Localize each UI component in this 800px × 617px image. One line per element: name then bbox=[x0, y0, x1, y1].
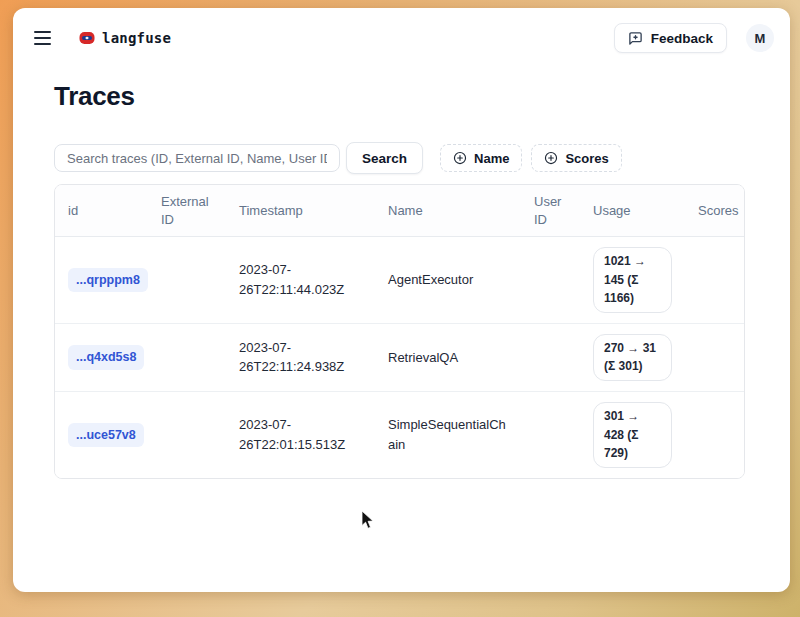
name-cell: AgentExecutor bbox=[375, 237, 521, 324]
table-header: id External ID Timestamp Name User ID Us… bbox=[55, 185, 745, 237]
user-id-cell bbox=[521, 323, 580, 391]
usage-badge: 301 → 428 (Σ 729) bbox=[593, 402, 672, 468]
app-window: langfuse Feedback M Traces Search bbox=[13, 8, 790, 592]
topbar: langfuse Feedback M bbox=[13, 8, 790, 60]
timestamp-cell: 2023-07-26T22:11:24.938Z bbox=[226, 323, 375, 391]
menu-icon[interactable] bbox=[29, 24, 57, 52]
filter-name-button[interactable]: Name bbox=[440, 144, 522, 172]
scores-cell bbox=[685, 237, 745, 324]
plus-circle-icon bbox=[544, 151, 558, 165]
search-input[interactable] bbox=[54, 144, 340, 172]
brand-name: langfuse bbox=[102, 30, 171, 46]
trace-id-link[interactable]: ...uce57v8 bbox=[68, 423, 144, 448]
page-title: Traces bbox=[54, 81, 745, 112]
scores-cell bbox=[685, 392, 745, 478]
table-row[interactable]: ...uce57v8 2023-07-26T22:01:15.513Z Simp… bbox=[55, 392, 745, 478]
column-header-scores: Scores bbox=[685, 185, 745, 237]
timestamp-cell: 2023-07-26T22:01:15.513Z bbox=[226, 392, 375, 478]
main-content: Traces Search Name Scores bbox=[13, 81, 790, 479]
message-square-plus-icon bbox=[628, 31, 643, 46]
page: { "topbar": { "brand": "langfuse", "feed… bbox=[0, 0, 800, 617]
column-header-id: id bbox=[55, 185, 148, 237]
external-id-cell bbox=[148, 323, 226, 391]
external-id-cell bbox=[148, 392, 226, 478]
feedback-button[interactable]: Feedback bbox=[614, 23, 727, 53]
column-header-usage: Usage bbox=[580, 185, 685, 237]
column-header-timestamp: Timestamp bbox=[226, 185, 375, 237]
usage-badge: 270 → 31 (Σ 301) bbox=[593, 334, 672, 381]
filter-scores-button[interactable]: Scores bbox=[531, 144, 621, 172]
column-header-user-id: User ID bbox=[521, 185, 580, 237]
column-header-name: Name bbox=[375, 185, 521, 237]
table-row[interactable]: ...q4xd5s8 2023-07-26T22:11:24.938Z Retr… bbox=[55, 323, 745, 391]
filter-scores-label: Scores bbox=[565, 151, 608, 166]
usage-badge: 1021 → 145 (Σ 1166) bbox=[593, 247, 672, 313]
traces-table: id External ID Timestamp Name User ID Us… bbox=[54, 184, 745, 479]
external-id-cell bbox=[148, 237, 226, 324]
langfuse-knot-icon bbox=[79, 31, 95, 45]
search-button[interactable]: Search bbox=[346, 142, 423, 174]
brand-logo[interactable]: langfuse bbox=[79, 30, 171, 46]
timestamp-cell: 2023-07-26T22:11:44.023Z bbox=[226, 237, 375, 324]
filter-name-label: Name bbox=[474, 151, 509, 166]
scores-cell bbox=[685, 323, 745, 391]
name-cell: RetrievalQA bbox=[375, 323, 521, 391]
avatar-initial: M bbox=[755, 31, 766, 46]
feedback-label: Feedback bbox=[651, 31, 713, 46]
user-id-cell bbox=[521, 237, 580, 324]
avatar[interactable]: M bbox=[746, 24, 774, 52]
search-toolbar: Search Name Scores bbox=[54, 142, 745, 174]
user-id-cell bbox=[521, 392, 580, 478]
name-cell: SimpleSequentialChain bbox=[375, 392, 521, 478]
table-row[interactable]: ...qrpppm8 2023-07-26T22:11:44.023Z Agen… bbox=[55, 237, 745, 324]
plus-circle-icon bbox=[453, 151, 467, 165]
trace-id-link[interactable]: ...qrpppm8 bbox=[68, 268, 148, 293]
trace-id-link[interactable]: ...q4xd5s8 bbox=[68, 345, 144, 370]
column-header-external-id: External ID bbox=[148, 185, 226, 237]
